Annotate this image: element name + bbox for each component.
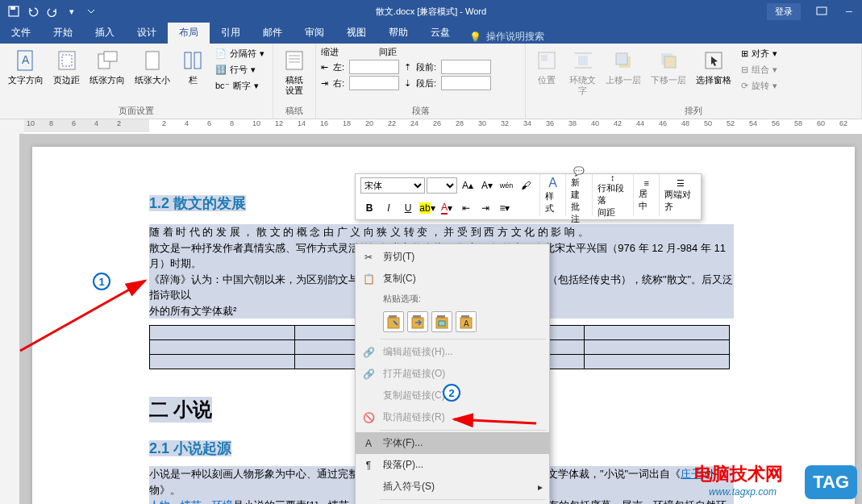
decrease-indent-icon[interactable]: ⇤ [457, 199, 475, 217]
line-numbers-button[interactable]: 🔢行号 ▾ [212, 62, 268, 77]
font-color-icon[interactable]: A▾ [438, 199, 456, 217]
rotate-button: ⟳旋转 ▾ [738, 78, 781, 94]
manuscript-button[interactable]: 稿纸 设置 [278, 46, 310, 98]
size-button[interactable]: 纸张大小 [131, 46, 173, 87]
highlight-icon[interactable]: ab▾ [419, 199, 436, 217]
hyphenation-button[interactable]: bc⁻断字 ▾ [212, 78, 268, 94]
phonetic-icon[interactable]: wén [498, 177, 515, 194]
spacing-after-icon: ⇣ [404, 78, 411, 89]
tab-file[interactable]: 文件 [0, 22, 42, 44]
qat-more-icon[interactable]: ▾ [63, 2, 81, 20]
arrange-label: 排列 [531, 103, 856, 119]
margins-icon [54, 48, 80, 73]
columns-button[interactable]: 栏 [177, 46, 209, 87]
mini-font-family[interactable]: 宋体 [360, 177, 425, 194]
svg-line-37 [454, 419, 536, 423]
tab-view[interactable]: 视图 [335, 22, 377, 44]
group-page-setup: A 文字方向 页边距 纸张方向 纸张大小 栏 📄分隔符 ▾ 🔢行号 ▾ [0, 44, 273, 119]
tab-design[interactable]: 设计 [126, 22, 168, 44]
spacing-label: 间距 [379, 46, 397, 58]
selection-pane-button[interactable]: 选择窗格 [693, 46, 735, 87]
paste-picture[interactable] [431, 311, 452, 332]
breaks-button[interactable]: 📄分隔符 ▾ [212, 46, 268, 61]
bold-icon[interactable]: B [360, 199, 378, 217]
format-painter-icon[interactable]: 🖌 [517, 177, 535, 194]
spacing-after-input[interactable] [441, 76, 491, 90]
minimize-icon[interactable]: ─ [836, 0, 862, 23]
margins-button[interactable]: 页边距 [50, 46, 83, 87]
orientation-button[interactable]: 纸张方向 [86, 46, 128, 87]
menu-insert-symbol[interactable]: 插入符号(S)▸ [356, 476, 549, 498]
svg-rect-17 [541, 55, 548, 61]
tab-home[interactable]: 开始 [42, 22, 84, 44]
heading-1-2: 1.2 散文的发展 [149, 195, 246, 211]
indent-left-input[interactable] [349, 60, 399, 74]
group-paragraph: 缩进 间距 ⇤左: ⇡段前: ⇥右: ⇣段后: 段落 [316, 44, 526, 119]
tab-references[interactable]: 引用 [210, 22, 252, 44]
line-spacing-icon: ↕ [610, 173, 615, 182]
undo-icon[interactable] [24, 2, 42, 20]
mini-styles-button[interactable]: A样式 [539, 174, 565, 216]
svg-rect-5 [59, 52, 75, 69]
qat-customize-icon[interactable] [82, 2, 100, 20]
mini-line-spacing-button[interactable]: ↕行和段落 间距 [592, 174, 634, 216]
text-direction-icon: A [13, 48, 39, 73]
bullets-icon[interactable]: ≡▾ [496, 199, 514, 217]
underline-icon[interactable]: U [399, 199, 417, 217]
position-button: 位置 [531, 46, 563, 87]
align-button[interactable]: ⊞对齐 ▾ [738, 46, 781, 61]
svg-rect-11 [194, 52, 201, 69]
tell-me-search[interactable]: 💡 操作说明搜索 [461, 30, 552, 44]
paste-merge-formatting[interactable] [407, 311, 428, 332]
rotate-icon: ⟳ [741, 81, 748, 91]
context-menu: ✂剪切(T) 📋复制(C) 粘贴选项: A 🔗编辑超链接(H)... 🔗打开超链… [355, 244, 550, 504]
spacing-before-input[interactable] [441, 60, 491, 74]
quick-access-toolbar: ▾ [0, 2, 100, 20]
ribbon-display-icon[interactable] [809, 0, 835, 23]
login-button[interactable]: 登录 [767, 3, 801, 20]
send-backward-button: 下移一层 [648, 46, 689, 87]
menu-paragraph[interactable]: ¶段落(P)... [356, 454, 549, 476]
redo-icon[interactable] [44, 2, 61, 20]
svg-line-36 [20, 281, 145, 351]
increase-indent-icon[interactable]: ⇥ [477, 199, 494, 217]
size-icon [140, 48, 165, 73]
tab-review[interactable]: 审阅 [294, 22, 335, 44]
title-bar: ▾ 散文.docx [兼容模式] - Word 登录 ─ [0, 0, 862, 23]
grow-font-icon[interactable]: A▴ [459, 177, 477, 194]
tab-help[interactable]: 帮助 [377, 22, 419, 44]
lightbulb-icon: 💡 [469, 31, 481, 43]
paste-text-only[interactable]: A [456, 311, 477, 332]
text-direction-button[interactable]: A 文字方向 [5, 46, 47, 87]
group-objects-button: ⊟组合 ▾ [738, 62, 781, 77]
italic-icon[interactable]: I [380, 199, 398, 217]
shrink-font-icon[interactable]: A▾ [478, 177, 496, 194]
cut-icon: ✂ [362, 251, 375, 264]
svg-rect-9 [146, 52, 159, 69]
mini-justify-button[interactable]: ☰两端对齐 [659, 174, 701, 216]
paste-keep-formatting[interactable] [383, 311, 404, 332]
mini-font-size[interactable] [427, 177, 457, 194]
mini-new-comment-button[interactable]: 💬新建 批注 [565, 174, 591, 216]
orientation-icon [94, 48, 120, 73]
indent-right-input[interactable] [349, 76, 399, 90]
tab-cloud[interactable]: 云盘 [419, 22, 461, 44]
ribbon-tabs: 文件 开始 插入 设计 布局 引用 邮件 审阅 视图 帮助 云盘 💡 操作说明搜… [0, 23, 862, 44]
menu-copy[interactable]: 📋复制(C) [356, 268, 549, 289]
group-arrange: 位置 环绕文 字 上移一层 下移一层 选择窗格 ⊞对齐 ▾ ⊟组合 ▾ ⟳旋转 … [526, 44, 862, 119]
link-huanjing[interactable]: 环境 [212, 499, 233, 504]
menu-font[interactable]: A字体(F)... [356, 432, 549, 454]
link-zhuangzi[interactable]: 庄子 [681, 468, 702, 480]
save-icon[interactable] [5, 2, 23, 20]
horizontal-ruler[interactable]: 1086422468101214161820222426283032343638… [0, 119, 862, 134]
tab-insert[interactable]: 插入 [84, 22, 126, 44]
link-qingjie[interactable]: 情节 [181, 499, 202, 504]
svg-rect-18 [578, 56, 588, 65]
ribbon: A 文字方向 页边距 纸张方向 纸张大小 栏 📄分隔符 ▾ 🔢行号 ▾ [0, 44, 862, 119]
link-renwu[interactable]: 人物 [149, 499, 170, 504]
menu-cut[interactable]: ✂剪切(T) [356, 246, 549, 268]
mini-toolbar: 宋体 A▴ A▾ wén 🖌 B I U ab▾ A▾ ⇤ ⇥ ≡▾ A样式 💬… [355, 173, 702, 220]
tab-layout[interactable]: 布局 [168, 22, 210, 44]
tab-mailings[interactable]: 邮件 [252, 22, 294, 44]
mini-center-button[interactable]: ≡居中 [633, 174, 659, 216]
